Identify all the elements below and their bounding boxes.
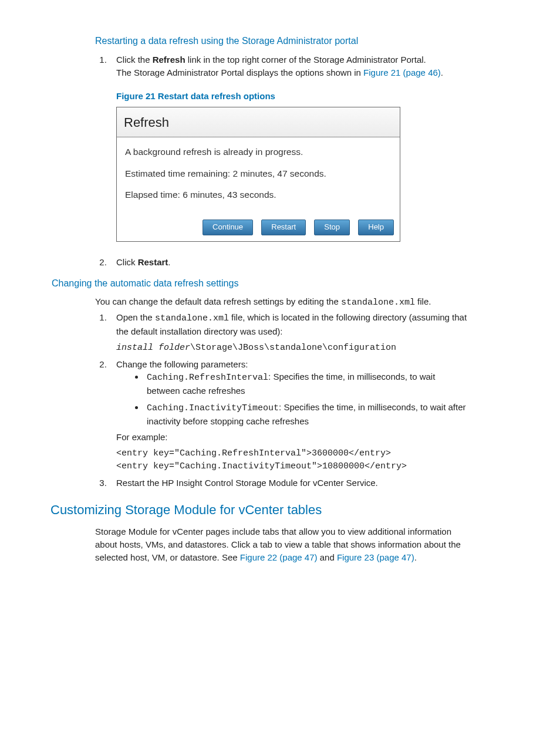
refresh-dialog-buttons: Continue Restart Stop Help — [117, 216, 400, 241]
changing-step-2: Change the following parameters: Caching… — [109, 358, 468, 473]
refresh-dialog-title: Refresh — [117, 107, 400, 137]
heading-changing-settings: Changing the automatic data refresh sett… — [52, 276, 468, 290]
stop-button[interactable]: Stop — [314, 220, 350, 235]
refresh-dialog-body: A background refresh is already in progr… — [117, 137, 400, 215]
param2-code: Caching.InactivityTimeout — [147, 403, 279, 413]
link-figure-22[interactable]: Figure 22 (page 47) — [240, 552, 318, 562]
step1-refresh-bold: Refresh — [153, 55, 185, 65]
step1-text-c: The Storage Administrator Portal display… — [116, 67, 363, 77]
figure-21-caption: Figure 21 Restart data refresh options — [116, 90, 468, 103]
restart-button[interactable]: Restart — [261, 220, 306, 235]
for-example-label: For example: — [116, 431, 468, 444]
period: . — [441, 67, 443, 77]
changing-step-3: Restart the HP Insight Control Storage M… — [109, 477, 468, 490]
step2-text-b: . — [168, 257, 170, 267]
steps-restarting: Click the Refresh link in the top right … — [95, 53, 468, 268]
param1-code: Caching.RefreshInterval — [147, 373, 268, 383]
refresh-line-2: Estimated time remaining: 2 minutes, 47 … — [125, 167, 392, 180]
step2-restart-bold: Restart — [138, 257, 168, 267]
heading-customizing-tables: Customizing Storage Module for vCenter t… — [50, 501, 468, 519]
intro-text-a: You can change the default data refresh … — [95, 296, 341, 306]
refresh-line-3: Elapsed time: 6 minutes, 43 seconds. — [125, 188, 392, 201]
link-figure-23[interactable]: Figure 23 (page 47) — [337, 552, 414, 562]
refresh-line-1: A background refresh is already in progr… — [125, 146, 392, 158]
intro-paragraph: You can change the default data refresh … — [95, 295, 468, 309]
intro-text-b: file. — [415, 296, 431, 306]
step-2: Click Restart. — [109, 256, 468, 269]
cp-b: and — [318, 552, 337, 562]
link-figure-21[interactable]: Figure 21 (page 46) — [363, 67, 441, 77]
step1-text-a: Click the — [116, 55, 153, 65]
step2-text-a: Click — [116, 257, 138, 267]
parameter-list: Caching.RefreshInterval: Specifies the t… — [116, 370, 468, 427]
install-folder-italic: install folder — [116, 343, 190, 353]
install-path: install folder\Storage\JBoss\standalone\… — [116, 342, 468, 355]
customizing-paragraph: Storage Module for vCenter pages include… — [95, 525, 468, 563]
intro-code: standalone.xml — [341, 298, 415, 308]
heading-restarting: Restarting a data refresh using the Stor… — [95, 34, 468, 48]
help-button[interactable]: Help — [358, 220, 394, 235]
continue-button[interactable]: Continue — [203, 220, 253, 235]
step-1: Click the Refresh link in the top right … — [109, 53, 468, 241]
install-path-rest: \Storage\JBoss\standalone\configuration — [190, 343, 396, 353]
example-code: <entry key="Caching.RefreshInterval">360… — [116, 447, 468, 473]
changing-step-1: Open the standalone.xml file, which is l… — [109, 311, 468, 354]
cs1-a: Open the — [116, 312, 155, 322]
param-refresh-interval: Caching.RefreshInterval: Specifies the t… — [144, 370, 468, 397]
step1-text-b: link in the top right corner of the Stor… — [185, 55, 426, 65]
cs2-text: Change the following parameters: — [116, 359, 248, 369]
cs1-code: standalone.xml — [155, 313, 229, 323]
steps-changing: Open the standalone.xml file, which is l… — [95, 311, 468, 489]
param-inactivity-timeout: Caching.InactivityTimeout: Specifies the… — [144, 401, 468, 428]
cp-c: . — [414, 552, 417, 562]
refresh-dialog: Refresh A background refresh is already … — [116, 107, 400, 241]
